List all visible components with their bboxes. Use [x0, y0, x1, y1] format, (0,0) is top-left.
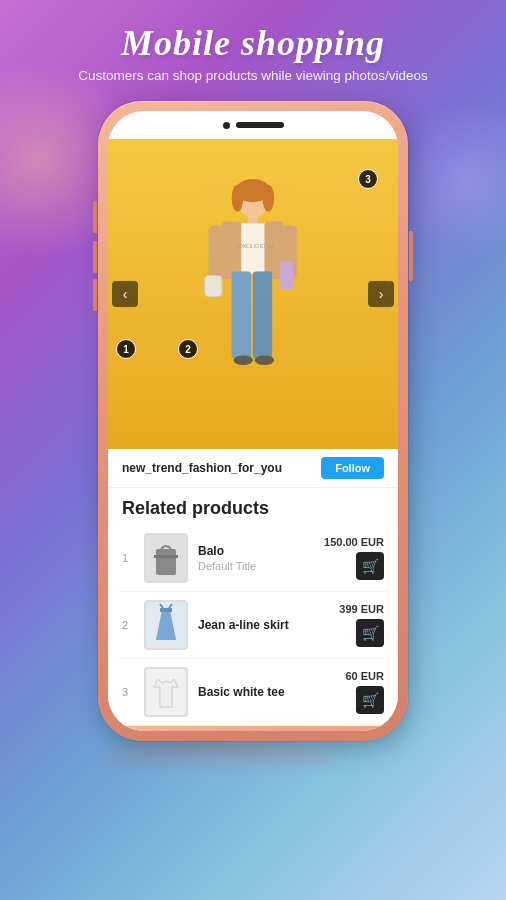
badge-1: 1 — [116, 339, 136, 359]
camera-dot — [223, 122, 230, 129]
item-subtitle-1: Default Title — [198, 560, 314, 572]
item-info-1: Balo Default Title — [198, 544, 314, 572]
item-thumb-1 — [144, 533, 188, 583]
item-price-3: 60 EUR — [345, 670, 384, 682]
svg-rect-9 — [253, 272, 272, 359]
item-info-2: Jean a-line skirt — [198, 618, 329, 632]
svg-rect-12 — [209, 225, 224, 278]
svg-rect-14 — [205, 275, 222, 296]
svg-text:CONCILIO ET LU: CONCILIO ET LU — [236, 244, 275, 249]
page-subtitle: Customers can shop products while viewin… — [78, 68, 428, 83]
item-number-2: 2 — [122, 619, 134, 631]
status-bar — [108, 111, 398, 139]
item-name-3: Basic white tee — [198, 685, 335, 699]
product-image-1 — [146, 535, 186, 581]
item-thumb-3 — [144, 667, 188, 717]
svg-rect-6 — [222, 221, 241, 279]
fashion-figure-svg: CONCILIO ET LU — [195, 179, 311, 449]
item-name-2: Jean a-line skirt — [198, 618, 329, 632]
item-price-area-1: 150.00 EUR 🛒 — [324, 536, 384, 580]
item-name-1: Balo — [198, 544, 314, 558]
related-products-title: Related products — [108, 488, 398, 525]
item-price-area-3: 60 EUR 🛒 — [345, 670, 384, 714]
photo-background: CONCILIO ET LU 1 2 3 ‹ › — [108, 139, 398, 449]
photo-area: CONCILIO ET LU 1 2 3 ‹ › — [108, 139, 398, 449]
item-price-2: 399 EUR — [339, 603, 384, 615]
svg-rect-4 — [248, 216, 258, 224]
svg-rect-21 — [160, 608, 172, 612]
svg-point-3 — [263, 185, 275, 212]
phone-wrapper: CONCILIO ET LU 1 2 3 ‹ › new_trend — [98, 101, 408, 773]
page-title: Mobile shopping — [78, 22, 428, 64]
username-label: new_trend_fashion_for_you — [122, 461, 282, 475]
product-image-3 — [146, 669, 186, 715]
product-section[interactable]: new_trend_fashion_for_you Follow Related… — [108, 449, 398, 731]
add-to-cart-3[interactable]: 🛒 — [356, 686, 384, 714]
item-thumb-2 — [144, 600, 188, 650]
add-to-cart-2[interactable]: 🛒 — [356, 619, 384, 647]
item-number-1: 1 — [122, 552, 134, 564]
svg-rect-15 — [280, 261, 293, 290]
phone-reflection — [98, 743, 338, 773]
username-row: new_trend_fashion_for_you Follow — [108, 449, 398, 488]
svg-point-10 — [234, 355, 253, 365]
item-number-3: 3 — [122, 686, 134, 698]
badge-2: 2 — [178, 339, 198, 359]
header-section: Mobile shopping Customers can shop produ… — [78, 0, 428, 93]
follow-button[interactable]: Follow — [321, 457, 384, 479]
product-item-2: 2 — [118, 592, 388, 659]
home-button-area — [108, 726, 398, 731]
product-item-1: 1 Balo Default Tit — [118, 525, 388, 592]
product-item-3: 3 Basic white tee 60 EUR — [118, 659, 388, 726]
svg-rect-18 — [156, 549, 176, 575]
svg-point-2 — [232, 185, 244, 212]
item-price-area-2: 399 EUR 🛒 — [339, 603, 384, 647]
product-list: 1 Balo Default Tit — [108, 525, 398, 726]
phone-frame: CONCILIO ET LU 1 2 3 ‹ › new_trend — [98, 101, 408, 741]
fashion-figure-container: CONCILIO ET LU 1 2 3 — [108, 139, 398, 449]
speaker-bar — [236, 122, 284, 128]
product-image-2 — [146, 602, 186, 648]
arrow-left-button[interactable]: ‹ — [112, 281, 138, 307]
arrow-right-button[interactable]: › — [368, 281, 394, 307]
svg-rect-19 — [154, 555, 178, 558]
badge-3: 3 — [358, 169, 378, 189]
phone-screen: CONCILIO ET LU 1 2 3 ‹ › new_trend — [108, 111, 398, 731]
camera-area — [223, 122, 284, 129]
item-price-1: 150.00 EUR — [324, 536, 384, 548]
add-to-cart-1[interactable]: 🛒 — [356, 552, 384, 580]
item-info-3: Basic white tee — [198, 685, 335, 699]
svg-rect-8 — [232, 272, 251, 359]
svg-point-11 — [255, 355, 274, 365]
